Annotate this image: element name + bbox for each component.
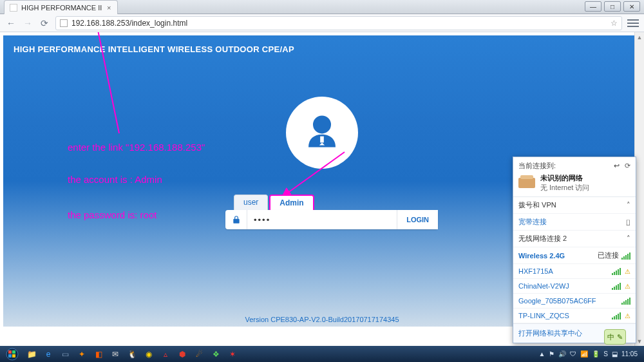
- bench-icon: [518, 178, 535, 188]
- svg-rect-9: [12, 354, 15, 357]
- wifi-unknown-sub: 无 Internet 访问: [540, 183, 589, 193]
- shield-icon: ⚠: [625, 283, 630, 290]
- scroll-down-icon[interactable]: ▼: [635, 336, 644, 346]
- login-button[interactable]: LOGIN: [397, 210, 438, 229]
- window-controls: — □ ✕: [581, 0, 644, 14]
- annotation-text-3: the password is: root: [68, 209, 156, 220]
- shield-icon: ⚠: [625, 268, 630, 275]
- url-text: 192.168.188.253/index_login.html: [71, 19, 187, 28]
- tray-icon[interactable]: ▲: [538, 350, 545, 357]
- tray-icon[interactable]: 🔊: [558, 350, 566, 357]
- taskbar-app-icon[interactable]: ▭: [58, 348, 72, 361]
- svg-rect-8: [8, 354, 12, 357]
- page-title: HIGH PERFORMANCE INTELLIGENT WIRELESS OU…: [3, 35, 641, 63]
- taskbar-apps: 📁e▭✦◧✉🐧◉▵⬢☄❖✶: [24, 348, 240, 361]
- window-maximize-button[interactable]: □: [604, 1, 621, 12]
- url-input[interactable]: 192.168.188.253/index_login.html ☆: [55, 16, 622, 30]
- taskbar-app-icon[interactable]: ✉: [108, 348, 122, 361]
- signal-bars-icon: [612, 282, 621, 290]
- signal-bars-icon: [612, 267, 621, 275]
- wifi-section-title: 当前连接到:: [518, 161, 556, 171]
- shield-icon: ⚠: [625, 312, 630, 319]
- browser-menu-icon[interactable]: [627, 19, 639, 27]
- wifi-network-name: Google_705B075AC6FF: [518, 297, 596, 305]
- ime-badge[interactable]: 中 ✎: [604, 329, 626, 345]
- password-input[interactable]: [247, 215, 397, 225]
- signal-bars-icon: [612, 312, 621, 319]
- wifi-network-item[interactable]: Google_705B075AC6FF: [513, 294, 636, 309]
- nav-back-icon[interactable]: ←: [5, 17, 17, 29]
- wifi-dial-header[interactable]: 拨号和 VPN ˄: [513, 197, 636, 214]
- system-tray: ▲⚑🔊🛡📶🔋S⬓11:05: [538, 350, 641, 357]
- svg-point-0: [313, 115, 331, 133]
- wifi-network-name: ChinaNet-V2WJ: [518, 282, 569, 290]
- wifi-network-item[interactable]: HXF1715A⚠: [513, 264, 636, 279]
- signal-bars-icon: [621, 297, 630, 305]
- taskbar-app-icon[interactable]: ◧: [91, 348, 106, 361]
- tab-user[interactable]: user: [234, 195, 268, 212]
- browser-tab-strip: HIGH PERFORMANCE II × — □ ✕: [0, 0, 644, 14]
- wifi-network-item[interactable]: TP-LINK_ZQCS⚠: [513, 309, 636, 323]
- wifi-network-list: Wireless 2.4G已连接HXF1715A⚠ChinaNet-V2WJ⚠G…: [513, 247, 636, 323]
- annotation-text-2: the account is : Admin: [68, 174, 162, 185]
- scroll-up-icon[interactable]: ▲: [635, 32, 644, 42]
- window-minimize-button[interactable]: —: [585, 1, 601, 12]
- nav-forward-icon[interactable]: →: [22, 17, 33, 29]
- favicon-icon: [10, 4, 17, 12]
- wifi-network-name: Wireless 2.4G: [518, 252, 565, 260]
- tab-close-icon[interactable]: ×: [106, 5, 112, 11]
- wifi-connected-label: 已连接: [598, 251, 619, 260]
- nav-reload-icon[interactable]: ⟳: [39, 17, 50, 29]
- wifi-panel: 当前连接到: ↩⟳ 未识别的网络 无 Internet 访问 拨号和 VPN ˄…: [513, 157, 636, 343]
- taskbar-app-icon[interactable]: ✶: [225, 348, 240, 361]
- chevron-up-icon: ˄: [627, 234, 630, 243]
- tab-admin[interactable]: Admin: [269, 195, 314, 212]
- taskbar-clock[interactable]: 11:05: [621, 350, 638, 357]
- chevron-up-icon: ˄: [627, 201, 630, 209]
- taskbar-app-icon[interactable]: ◉: [142, 348, 156, 361]
- taskbar-app-icon[interactable]: ▵: [158, 348, 173, 361]
- wifi-unknown-name: 未识别的网络: [540, 173, 589, 183]
- wifi-network-item[interactable]: Wireless 2.4G已连接: [513, 247, 636, 264]
- lock-icon: [225, 210, 247, 229]
- window-close-button[interactable]: ✕: [623, 1, 640, 12]
- tray-icon[interactable]: ⬓: [612, 350, 618, 357]
- wifi-wlan-header[interactable]: 无线网络连接 2 ˄: [513, 231, 636, 247]
- taskbar-app-icon[interactable]: ✦: [75, 348, 89, 361]
- page-icon: [60, 19, 68, 27]
- tray-icon[interactable]: 🔋: [592, 350, 600, 357]
- taskbar: 📁e▭✦◧✉🐧◉▵⬢☄❖✶ ▲⚑🔊🛡📶🔋S⬓11:05: [0, 346, 644, 362]
- taskbar-app-icon[interactable]: ⬢: [175, 348, 189, 361]
- tray-icon[interactable]: S: [603, 350, 608, 357]
- tray-icon[interactable]: ⚑: [549, 350, 554, 357]
- wifi-network-item[interactable]: ChinaNet-V2WJ⚠: [513, 279, 636, 294]
- tab-title: HIGH PERFORMANCE II: [21, 4, 102, 12]
- taskbar-app-icon[interactable]: ❖: [209, 348, 223, 361]
- taskbar-app-icon[interactable]: 🐧: [125, 348, 139, 361]
- user-avatar-icon: [286, 97, 358, 169]
- browser-tab[interactable]: HIGH PERFORMANCE II ×: [4, 0, 118, 14]
- login-form: LOGIN: [225, 210, 438, 229]
- taskbar-app-icon[interactable]: e: [41, 348, 55, 361]
- modem-icon: ⌷: [626, 218, 630, 226]
- bookmark-star-icon[interactable]: ☆: [611, 19, 618, 28]
- tray-icon[interactable]: 📶: [580, 350, 588, 357]
- wifi-dial-item[interactable]: 宽带连接 ⌷: [513, 214, 636, 231]
- svg-rect-6: [8, 350, 12, 354]
- taskbar-app-icon[interactable]: ☄: [192, 348, 206, 361]
- wifi-current-section: 当前连接到: ↩⟳ 未识别的网络 无 Internet 访问: [513, 157, 636, 197]
- start-button[interactable]: [3, 346, 22, 362]
- svg-rect-7: [12, 350, 15, 354]
- refresh-icon[interactable]: ⟳: [625, 162, 630, 170]
- wifi-prev-icon[interactable]: ↩: [614, 162, 620, 170]
- address-bar: ← → ⟳ 192.168.188.253/index_login.html ☆: [0, 14, 644, 32]
- taskbar-app-icon[interactable]: 📁: [24, 348, 39, 361]
- avatar-badge: [286, 97, 358, 169]
- annotation-text-1: enter the link "192.168.188.253": [68, 142, 205, 153]
- tray-icon[interactable]: 🛡: [570, 350, 576, 357]
- signal-bars-icon: [621, 252, 630, 260]
- svg-rect-1: [320, 137, 324, 143]
- wifi-network-name: HXF1715A: [518, 267, 553, 275]
- wifi-network-name: TP-LINK_ZQCS: [518, 312, 569, 319]
- login-tabs: user Admin: [234, 195, 316, 212]
